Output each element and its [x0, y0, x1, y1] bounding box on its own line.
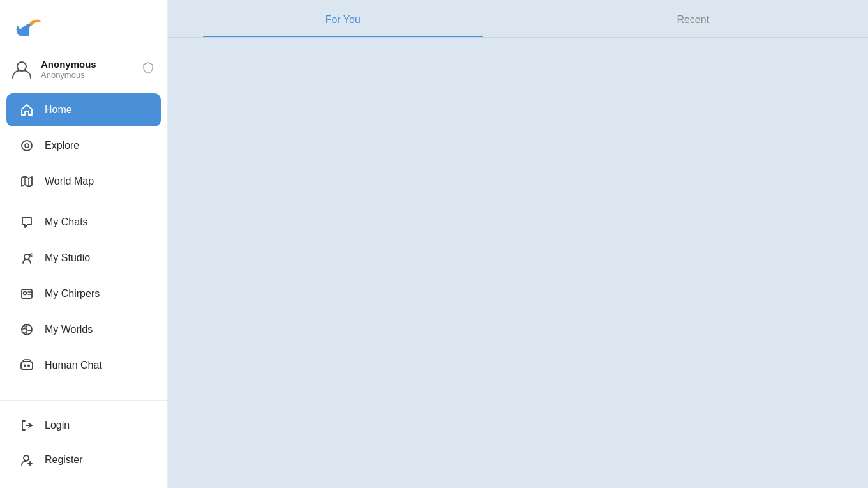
svg-point-0	[17, 62, 26, 71]
sidebar: Anonymous Anonymous Home	[0, 0, 168, 488]
app-logo	[13, 11, 43, 42]
sidebar-item-my-studio-label: My Studio	[45, 252, 90, 264]
user-profile: Anonymous Anonymous	[0, 51, 167, 87]
svg-point-7	[24, 292, 27, 295]
chirpers-icon	[19, 286, 34, 301]
sidebar-item-login-label: Login	[45, 420, 70, 431]
sidebar-nav: Home Explore World Map	[0, 87, 167, 400]
svg-point-14	[27, 365, 30, 367]
sidebar-item-my-chirpers-label: My Chirpers	[45, 288, 100, 300]
sidebar-item-my-chirpers[interactable]: My Chirpers	[6, 277, 161, 310]
sidebar-item-register-label: Register	[45, 454, 83, 466]
sidebar-item-explore-label: Explore	[45, 140, 79, 151]
explore-icon	[19, 138, 34, 153]
feed-content	[168, 38, 868, 488]
svg-point-5	[24, 254, 29, 259]
sidebar-item-my-worlds-label: My Worlds	[45, 324, 93, 335]
map-icon	[19, 174, 34, 189]
svg-point-2	[25, 144, 29, 148]
register-icon	[19, 452, 34, 468]
shield-button[interactable]	[139, 59, 157, 80]
sidebar-item-my-chats[interactable]: My Chats	[6, 206, 161, 239]
tab-for-you[interactable]: For You	[168, 0, 518, 37]
sidebar-item-login[interactable]: Login	[6, 409, 161, 442]
chats-icon	[19, 215, 34, 230]
user-display-name: Anonymous	[41, 58, 131, 71]
sidebar-footer: Login Register	[0, 400, 167, 488]
svg-rect-12	[21, 362, 33, 370]
home-icon	[19, 102, 34, 118]
user-info: Anonymous Anonymous	[41, 58, 131, 80]
human-chat-icon	[19, 358, 34, 373]
sidebar-item-home[interactable]: Home	[6, 93, 161, 126]
svg-point-1	[22, 141, 32, 151]
svg-point-16	[24, 455, 29, 461]
sidebar-item-home-label: Home	[45, 104, 72, 116]
sidebar-item-register[interactable]: Register	[6, 443, 161, 477]
user-handle: Anonymous	[41, 70, 131, 80]
login-icon	[19, 418, 34, 433]
tab-for-you-label: For You	[326, 14, 361, 25]
svg-point-13	[24, 365, 26, 367]
sidebar-item-my-studio[interactable]: My Studio	[6, 241, 161, 275]
studio-icon	[19, 250, 34, 266]
user-avatar	[10, 57, 33, 80]
tab-recent[interactable]: Recent	[518, 0, 869, 37]
shield-icon	[142, 61, 154, 74]
sidebar-item-world-map[interactable]: World Map	[6, 165, 161, 198]
sidebar-item-human-chat-label: Human Chat	[45, 360, 102, 371]
sidebar-item-explore[interactable]: Explore	[6, 129, 161, 162]
sidebar-item-my-worlds[interactable]: My Worlds	[6, 313, 161, 346]
sidebar-item-my-chats-label: My Chats	[45, 217, 88, 228]
tabs-bar: For You Recent	[168, 0, 868, 38]
logo-area	[0, 0, 167, 51]
sidebar-item-human-chat[interactable]: Human Chat	[6, 349, 161, 382]
tab-recent-label: Recent	[677, 14, 709, 25]
main-content-area: For You Recent	[168, 0, 868, 488]
worlds-icon	[19, 322, 34, 337]
sidebar-item-world-map-label: World Map	[45, 176, 94, 187]
